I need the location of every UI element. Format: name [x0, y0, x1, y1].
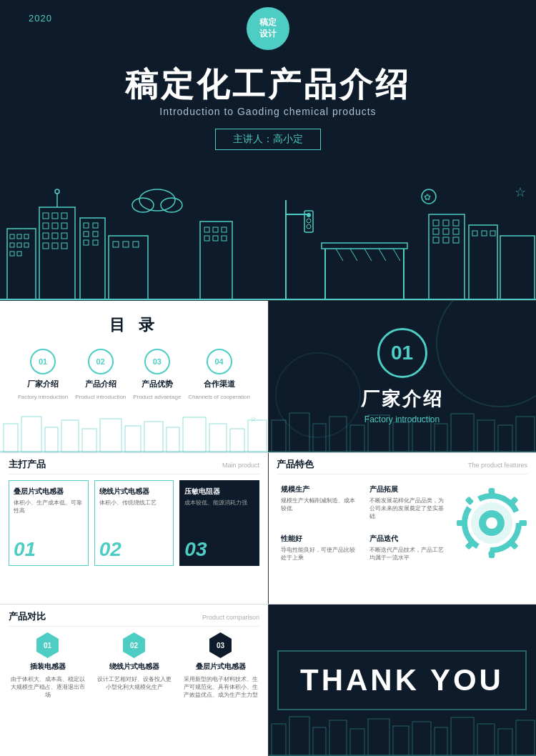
- svg-rect-3: [24, 234, 29, 239]
- svg-rect-123: [272, 724, 286, 756]
- svg-rect-121: [457, 520, 464, 526]
- svg-rect-130: [412, 722, 431, 756]
- svg-rect-125: [313, 727, 326, 756]
- svg-rect-44: [222, 236, 227, 241]
- main-products-header: 主打产品 Main product: [9, 458, 259, 474]
- svg-text:☆: ☆: [250, 415, 257, 423]
- svg-rect-122: [465, 496, 475, 505]
- svg-rect-68: [453, 237, 459, 243]
- svg-rect-88: [209, 424, 227, 452]
- svg-rect-18: [61, 233, 67, 239]
- svg-rect-66: [433, 237, 439, 243]
- product-3-num: 03: [184, 538, 207, 561]
- comparison-items-list: 01 插装电感器 由于体积大、成本高、稳定以大规模生产稳占、逐渐退出市场 02 …: [9, 632, 259, 700]
- toc-label-cn-1: 厂家介绍: [27, 379, 59, 389]
- slide-product-comparison: 产品对比 Product comparison 01 插装电感器 由于体积大、成…: [0, 605, 268, 756]
- comparison-header: 产品对比 Product comparison: [9, 610, 259, 627]
- svg-rect-127: [350, 729, 364, 756]
- svg-rect-67: [443, 237, 449, 243]
- svg-line-54: [336, 249, 343, 261]
- svg-rect-134: [498, 729, 512, 756]
- svg-rect-7: [10, 252, 14, 256]
- svg-rect-25: [84, 223, 89, 228]
- svg-rect-26: [93, 223, 98, 228]
- svg-rect-131: [435, 727, 447, 756]
- svg-rect-95: [313, 424, 326, 452]
- svg-rect-93: [272, 420, 286, 452]
- slide7-city: [268, 713, 536, 756]
- svg-rect-85: [144, 422, 163, 452]
- toc-label-cn-3: 产品优势: [142, 379, 173, 389]
- toc-circle-4: 04: [207, 349, 232, 374]
- toc-item-3: 03 产品优势 Product advantage: [133, 349, 181, 400]
- product-card-3: 压敏电阻器 成本较低、能源消耗力强 03: [179, 480, 259, 566]
- svg-text:✿: ✿: [424, 192, 431, 202]
- svg-rect-102: [451, 414, 474, 452]
- svg-rect-16: [43, 233, 49, 239]
- main-products-title-en: Main product: [222, 462, 259, 469]
- svg-line-58: [393, 249, 400, 261]
- features-left-grid: 规模生产 规模生产大幅削减制造、成本较低 产品拓展 不断发展花样化产品品类，为公…: [277, 480, 449, 566]
- svg-rect-10: [43, 213, 49, 219]
- slide-thank-you: THANK YOU: [268, 605, 536, 756]
- comp-name-2: 绕线片式电感器: [109, 662, 159, 672]
- svg-point-37: [161, 198, 182, 212]
- feature-2-desc: 不断发展花样化产品品类，为公司未来的发展奠定了坚实基础: [369, 497, 445, 521]
- comp-name-3: 叠层片式电感器: [196, 662, 246, 672]
- feature-2-title: 产品拓展: [369, 484, 445, 494]
- svg-rect-40: [213, 227, 218, 232]
- feature-1: 规模生产 规模生产大幅削减制造、成本较低: [277, 480, 361, 525]
- thank-you-text: THANK YOU: [277, 650, 527, 710]
- hex-badge-3: 03: [208, 632, 234, 658]
- svg-rect-65: [453, 229, 459, 234]
- svg-rect-2: [17, 234, 21, 239]
- toc-label-en-3: Product advantage: [133, 394, 181, 400]
- svg-rect-78: [4, 424, 18, 452]
- svg-rect-0: [7, 229, 36, 300]
- svg-line-55: [350, 249, 357, 261]
- main-title-cn: 稿定化工产品介绍: [0, 63, 536, 107]
- slide-main-products: 主打产品 Main product 叠层片式电感器 体积小、生产成本低、可靠性高…: [0, 452, 268, 605]
- svg-rect-28: [93, 232, 98, 237]
- svg-rect-105: [516, 417, 535, 452]
- svg-rect-82: [82, 429, 96, 452]
- toc-item-1: 01 厂家介绍 Factory introduction: [18, 349, 68, 400]
- product-3-desc: 成本较低、能源消耗力强: [184, 499, 254, 507]
- products-row: 叠层片式电感器 体积小、生产成本低、可靠性高 01 绕线片式电感器 体积小、传统…: [9, 480, 259, 566]
- comp-desc-3: 采用新型的电子材料技术、生产可规范化、具有体积小、生产效益优点、成为生产主力型: [182, 675, 259, 700]
- product-3-name: 压敏电阻器: [184, 487, 254, 497]
- product-1-name: 叠层片式电感器: [14, 487, 84, 497]
- comparison-title-cn: 产品对比: [9, 610, 46, 623]
- svg-rect-39: [204, 227, 209, 232]
- comparison-item-3: 03 叠层片式电感器 采用新型的电子材料技术、生产可规范化、具有体积小、生产效益…: [182, 632, 259, 700]
- svg-rect-64: [443, 229, 449, 234]
- svg-rect-6: [24, 243, 29, 247]
- svg-rect-89: [230, 429, 244, 452]
- feature-4-title: 产品迭代: [369, 534, 445, 544]
- toc-label-cn-2: 产品介绍: [85, 379, 116, 389]
- product-2-desc: 体积小、传统绕线工艺: [99, 499, 169, 507]
- feature-3: 性能好 导电性能良好，可使产品比较处于上乘: [277, 529, 361, 566]
- section-title-cn: 厂家介绍: [361, 387, 444, 412]
- svg-rect-128: [368, 719, 389, 756]
- svg-rect-99: [393, 422, 409, 452]
- svg-rect-21: [61, 243, 67, 249]
- svg-rect-38: [200, 222, 232, 300]
- svg-rect-27: [84, 232, 89, 237]
- svg-rect-97: [350, 425, 364, 452]
- presenter-box: 主讲人：高小定: [215, 129, 321, 150]
- comp-desc-2: 设计工艺相对好、设备投入更小型化利大规模化生产: [95, 675, 173, 691]
- logo-text: 稿定设计: [259, 17, 277, 39]
- comparison-title-en: Product comparison: [202, 614, 259, 621]
- svg-rect-20: [52, 243, 58, 249]
- svg-rect-90: [248, 420, 267, 452]
- svg-rect-61: [443, 220, 449, 226]
- svg-rect-70: [472, 231, 477, 236]
- svg-rect-133: [477, 724, 495, 756]
- comparison-item-2: 02 绕线片式电感器 设计工艺相对好、设备投入更小型化利大规模化生产: [95, 632, 173, 700]
- features-title-cn: 产品特色: [277, 458, 314, 471]
- svg-rect-101: [435, 424, 447, 452]
- svg-rect-104: [498, 425, 512, 452]
- product-card-1: 叠层片式电感器 体积小、生产成本低、可靠性高 01: [9, 480, 89, 566]
- svg-rect-86: [167, 427, 179, 452]
